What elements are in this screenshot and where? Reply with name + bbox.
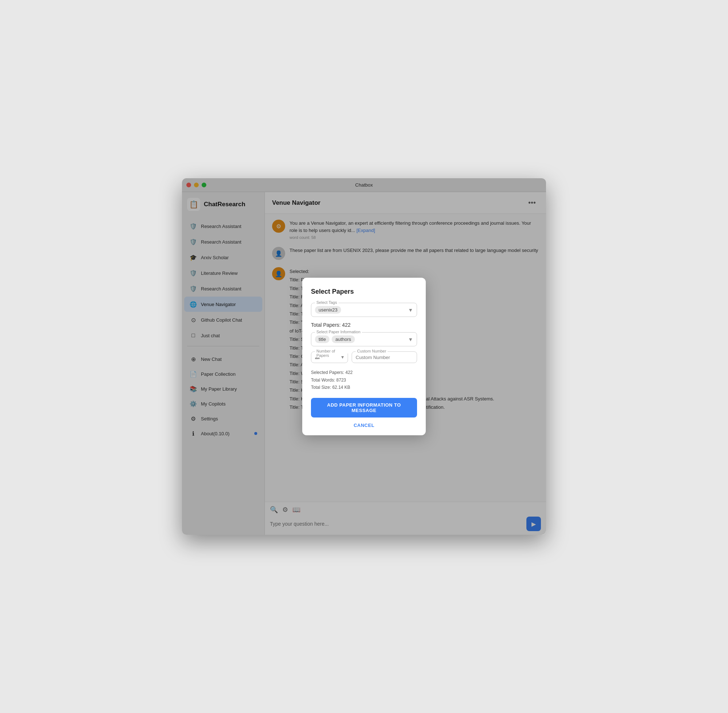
number-select-wrap: Number of Papers all ▼: [311, 351, 348, 363]
tag-authors[interactable]: authors: [332, 336, 354, 343]
custom-number-label: Custom Number: [356, 349, 388, 353]
tag-container[interactable]: usenix23 ▼: [315, 306, 413, 314]
stats-text: Selected Papers: 422 Total Words: 8723 T…: [311, 369, 417, 391]
total-size-stat: Total Size: 62.14 KB: [311, 384, 417, 391]
paper-info-label: Select Paper Information: [315, 330, 362, 334]
total-papers-text: Total Papers: 422: [311, 322, 417, 328]
number-of-papers-row: Number of Papers all ▼ Custom Number: [311, 351, 417, 363]
custom-number-wrap: Custom Number: [352, 351, 417, 363]
select-tags-field: Select Tags usenix23 ▼: [311, 303, 417, 317]
custom-number-input[interactable]: [356, 355, 413, 360]
modal-overlay: Select Papers Select Tags usenix23 ▼ Tot…: [182, 178, 546, 535]
modal-title: Select Papers: [311, 288, 417, 295]
select-papers-modal: Select Papers Select Tags usenix23 ▼ Tot…: [302, 278, 426, 435]
paper-info-tag-container[interactable]: title authors ▼: [315, 336, 413, 343]
select-tags-label: Select Tags: [315, 300, 339, 304]
tag-usenix23[interactable]: usenix23: [315, 306, 341, 314]
cancel-button[interactable]: CANCEL: [311, 422, 417, 428]
selected-papers-stat: Selected Papers: 422: [311, 369, 417, 376]
add-paper-info-button[interactable]: ADD PAPER INFORMATION TO MESSAGE: [311, 398, 417, 418]
number-field-label: Number of Papers: [315, 349, 348, 358]
tag-title[interactable]: title: [315, 336, 329, 343]
select-paper-info-field: Select Paper Information title authors ▼: [311, 332, 417, 346]
total-words-stat: Total Words: 8723: [311, 376, 417, 384]
paper-info-dropdown-arrow[interactable]: ▼: [408, 337, 413, 342]
tags-dropdown-arrow[interactable]: ▼: [408, 307, 413, 313]
